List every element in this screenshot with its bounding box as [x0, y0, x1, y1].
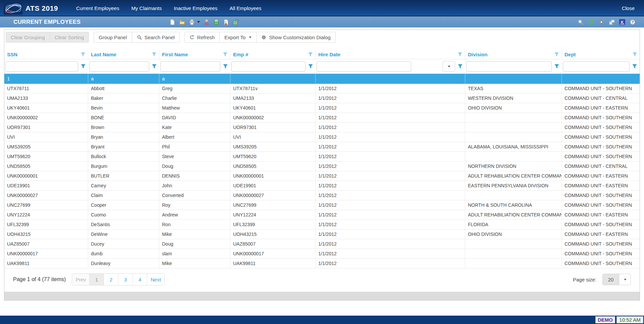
pager-page-2-button[interactable]: 2 — [104, 274, 118, 285]
filter-icon[interactable] — [632, 52, 637, 57]
filter-icon[interactable] — [223, 52, 228, 57]
filter-cell-first-name — [159, 61, 230, 72]
filter-icon[interactable] — [554, 52, 559, 57]
column-header-dept[interactable]: Dept — [562, 50, 640, 59]
column-header-hire-date[interactable]: Hire Date — [316, 50, 465, 59]
report-person-icon[interactable] — [223, 19, 229, 25]
table-row[interactable]: UMS39205BryantPhilUMS392051/1/2012ALABAM… — [4, 142, 640, 152]
employees-grid: SSNLast NameFirst NameEmp #Hire DateDivi… — [4, 50, 640, 268]
column-header-last-name[interactable]: Last Name — [88, 50, 159, 59]
page-size-select[interactable]: 20 — [602, 274, 631, 285]
notebook-icon[interactable] — [213, 19, 219, 25]
gear-icon — [261, 35, 266, 40]
clear-grouping-button[interactable]: Clear Grouping — [6, 32, 50, 43]
cell-first-name: Mike — [159, 259, 230, 268]
division-filter-input[interactable] — [466, 61, 552, 72]
nav-item-inactive-employees[interactable]: Inactive Employees — [168, 0, 223, 16]
page-size-dropdown-button[interactable] — [619, 274, 631, 285]
table-row[interactable]: UMA2133BakerCharlieUMA21331/1/2012WESTER… — [4, 93, 640, 103]
table-row[interactable]: UNY12224CuomoAndrewUNY122241/1/2012ADULT… — [4, 210, 640, 220]
filter-funnel-button[interactable] — [308, 64, 313, 69]
table-row[interactable]: UNC27699CooperRoyUNC276991/1/2012NORTH &… — [4, 200, 640, 210]
table-row[interactable]: UAZ85007DuceyDougUAZ850071/1/2012COMMAND… — [4, 239, 640, 249]
table-row[interactable]: UNK00000002BONEDAVIDUNK000000021/1/2012C… — [4, 113, 640, 123]
refresh-icon[interactable] — [588, 19, 594, 25]
filter-icon[interactable] — [458, 52, 463, 57]
refresh-button[interactable]: Refresh — [184, 32, 220, 43]
settings-icon[interactable] — [598, 19, 604, 25]
group-panel-button[interactable]: Group Panel — [94, 32, 132, 43]
first-name-filter-input[interactable] — [160, 61, 220, 72]
column-header-emp[interactable]: Emp # — [230, 50, 316, 59]
table-row[interactable]: UNK00000027ClaimConvertedUNK000000271/1/… — [4, 191, 640, 200]
cell-last-name: Cuomo — [88, 210, 159, 219]
export-grid-icon[interactable] — [233, 19, 239, 25]
help-icon[interactable]: ? — [630, 19, 636, 25]
cell-emp: UAK99811 — [230, 259, 316, 268]
table-row[interactable]: UMT59620BullockSteveUMT596201/1/2012COMM… — [4, 152, 640, 161]
pager-page-1-button[interactable]: 1 — [89, 274, 104, 285]
column-header-label: First Name — [162, 52, 188, 57]
table-row[interactable]: UND58505BurgumDougUND585051/1/2012NORTHE… — [4, 161, 640, 171]
column-header-first-name[interactable]: First Name — [159, 50, 230, 59]
open-folder-icon[interactable] — [179, 19, 185, 25]
filter-icon[interactable] — [152, 52, 157, 57]
hire-date-filter-dropdown-button[interactable] — [442, 61, 455, 72]
cell-ssn: UFL32399 — [4, 220, 88, 229]
filter-icon[interactable] — [308, 52, 313, 57]
hire-date-filter-input[interactable] — [317, 61, 411, 72]
search-panel-button[interactable]: Search Panel — [132, 32, 180, 43]
pager-page-3-button[interactable]: 3 — [118, 274, 132, 285]
table-row[interactable]: UOH43215DeWineMikeUOH432151/1/2012OHIO D… — [4, 230, 640, 239]
clear-sorting-button[interactable]: Clear Sorting — [50, 32, 89, 43]
last-name-filter-input[interactable] — [89, 61, 149, 72]
print-icon[interactable] — [189, 19, 195, 25]
pager-page-4-button[interactable]: 4 — [132, 274, 147, 285]
filter-funnel-button[interactable] — [223, 64, 228, 69]
column-header-division[interactable]: Division — [465, 50, 562, 59]
filter-funnel-button[interactable] — [554, 64, 559, 69]
table-row[interactable]: UOR97301BrownKateUOR973011/1/2012COMMAND… — [4, 123, 640, 132]
filter-funnel-button[interactable] — [80, 64, 86, 69]
table-row[interactable]: UNK00000017dumbslamUNK000000171/1/2012CO… — [4, 249, 640, 259]
column-header-ssn[interactable]: SSN — [4, 50, 88, 59]
show-customization-dialog-button[interactable]: Show Customization Dialog — [257, 32, 335, 43]
pager-next-button[interactable]: Next — [147, 274, 164, 285]
filter-funnel-button[interactable] — [152, 64, 157, 69]
cell-last-name: Baker — [88, 93, 159, 103]
table-row[interactable]: UFL32399DeSantisRonUFL323991/1/2012FLORI… — [4, 220, 640, 230]
filter-icon[interactable] — [80, 52, 86, 57]
cell-dept: COMMAND UNIT - SOUTHERN — [562, 132, 640, 142]
cell-ssn: UNY12224 — [4, 210, 88, 219]
employee-icon[interactable] — [204, 19, 210, 25]
nav-item-all-employees[interactable]: All Employees — [223, 0, 267, 16]
nav-item-current-employees[interactable]: Current Employees — [70, 0, 125, 16]
dept-filter-input[interactable] — [563, 61, 630, 72]
print-dropdown-caret-icon[interactable] — [197, 21, 200, 23]
cell-last-name: BUTLER — [88, 171, 159, 181]
nav-item-my-claimants[interactable]: My Claimants — [125, 0, 168, 16]
table-row[interactable]: UTX78711AbbottGregUTX78711v1/1/2012TEXAS… — [4, 84, 640, 93]
ssn-filter-input[interactable] — [5, 61, 78, 72]
cell-ssn: UAK99811 — [4, 259, 88, 268]
k-badge-icon[interactable]: K — [619, 19, 625, 25]
table-row[interactable]: UKY40601BevinMatthewUKY406011/1/2012OHIO… — [4, 103, 640, 113]
table-row[interactable]: UAK99811DunleavyMikeUAK998111/1/2012COMM… — [4, 259, 640, 268]
cell-last-name: Burgum — [88, 161, 159, 171]
emp-filter-input[interactable] — [231, 61, 306, 72]
close-link[interactable]: Close — [621, 0, 636, 16]
new-document-icon[interactable] — [169, 19, 175, 25]
cell-dept: COMMAND UNIT - SOUTHERN — [562, 84, 640, 93]
selected-row[interactable]: 1aa — [4, 74, 640, 84]
filter-funnel-button[interactable] — [632, 64, 637, 69]
table-row[interactable]: UVIBryanAlbertUVI1/1/2012COMMAND UNIT - … — [4, 132, 640, 142]
export-to-button[interactable]: Export To — [220, 32, 257, 43]
table-row[interactable]: UNK00000001BUTLERDENNISUNK000000011/1/20… — [4, 171, 640, 181]
table-row[interactable]: UDE19901CarneyJohnUDE199011/1/2012EASTER… — [4, 181, 640, 191]
button-label: Refresh — [197, 35, 215, 40]
layout-window-icon[interactable] — [609, 19, 615, 25]
search-icon[interactable] — [578, 19, 584, 25]
filter-funnel-button[interactable] — [458, 64, 463, 69]
chevron-down-icon — [448, 66, 450, 67]
pager-prev-button[interactable]: Prev — [72, 274, 89, 285]
